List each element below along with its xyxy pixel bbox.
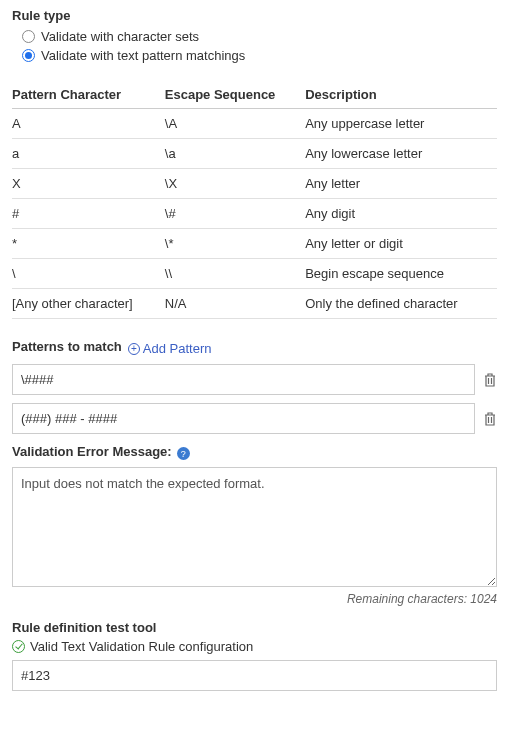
col-description: Description xyxy=(305,81,497,109)
table-cell: \\ xyxy=(165,259,305,289)
table-row: *\*Any letter or digit xyxy=(12,229,497,259)
table-cell: \# xyxy=(165,199,305,229)
validation-error-message-label: Validation Error Message: xyxy=(12,444,172,459)
table-cell: Any uppercase letter xyxy=(305,109,497,139)
plus-circle-icon: + xyxy=(128,343,140,355)
table-row: #\#Any digit xyxy=(12,199,497,229)
add-pattern-link[interactable]: + Add Pattern xyxy=(128,341,212,356)
table-row: A\AAny uppercase letter xyxy=(12,109,497,139)
table-cell: * xyxy=(12,229,165,259)
rule-type-radio-group: Validate with character sets Validate wi… xyxy=(22,27,497,65)
pattern-character-table: Pattern Character Escape Sequence Descri… xyxy=(12,81,497,319)
table-cell: [Any other character] xyxy=(12,289,165,319)
test-tool-label: Rule definition test tool xyxy=(12,620,497,635)
table-cell: Any letter or digit xyxy=(305,229,497,259)
test-status-text: Valid Text Validation Rule configuration xyxy=(30,639,253,654)
table-cell: Any letter xyxy=(305,169,497,199)
table-cell: \X xyxy=(165,169,305,199)
table-cell: Begin escape sequence xyxy=(305,259,497,289)
table-cell: \a xyxy=(165,139,305,169)
pattern-row xyxy=(12,403,497,434)
radio-icon xyxy=(22,49,35,62)
table-cell: \A xyxy=(165,109,305,139)
table-cell: Only the defined character xyxy=(305,289,497,319)
patterns-to-match-label: Patterns to match xyxy=(12,339,122,354)
table-cell: Any lowercase letter xyxy=(305,139,497,169)
trash-icon[interactable] xyxy=(483,411,497,427)
table-row: a\aAny lowercase letter xyxy=(12,139,497,169)
pattern-input[interactable] xyxy=(12,403,475,434)
table-cell: A xyxy=(12,109,165,139)
radio-validate-char-sets[interactable]: Validate with character sets xyxy=(22,27,497,46)
radio-validate-text-pattern[interactable]: Validate with text pattern matchings xyxy=(22,46,497,65)
remaining-characters: Remaining characters: 1024 xyxy=(12,592,497,606)
table-cell: a xyxy=(12,139,165,169)
col-pattern-character: Pattern Character xyxy=(12,81,165,109)
table-row: [Any other character]N/AOnly the defined… xyxy=(12,289,497,319)
table-cell: X xyxy=(12,169,165,199)
test-input[interactable] xyxy=(12,660,497,691)
radio-icon xyxy=(22,30,35,43)
table-cell: # xyxy=(12,199,165,229)
table-cell: N/A xyxy=(165,289,305,319)
table-row: \\\Begin escape sequence xyxy=(12,259,497,289)
col-escape-sequence: Escape Sequence xyxy=(165,81,305,109)
table-cell: \ xyxy=(12,259,165,289)
table-cell: \* xyxy=(165,229,305,259)
pattern-row xyxy=(12,364,497,395)
radio-label: Validate with character sets xyxy=(41,29,199,44)
help-icon[interactable]: ? xyxy=(177,447,190,460)
table-cell: Any digit xyxy=(305,199,497,229)
add-pattern-text: Add Pattern xyxy=(143,341,212,356)
table-row: X\XAny letter xyxy=(12,169,497,199)
check-circle-icon xyxy=(12,640,25,653)
rule-type-label: Rule type xyxy=(12,8,497,23)
validation-error-message-textarea[interactable] xyxy=(12,467,497,587)
radio-label: Validate with text pattern matchings xyxy=(41,48,245,63)
trash-icon[interactable] xyxy=(483,372,497,388)
pattern-input[interactable] xyxy=(12,364,475,395)
